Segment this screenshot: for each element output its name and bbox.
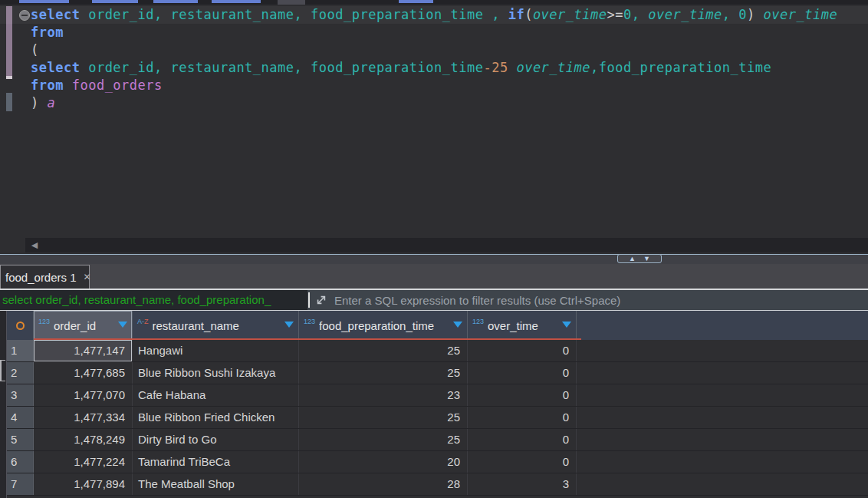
cell-restaurant_name[interactable]: Cafe Habana <box>133 384 299 406</box>
editor-results-splitter[interactable]: ▲ ▼ <box>0 254 868 264</box>
filter-dropdown-icon[interactable] <box>118 322 127 328</box>
sql-token <box>508 60 517 75</box>
sql-line[interactable]: select order_id, restaurant_name, food_p… <box>0 59 868 77</box>
cell-order_id[interactable]: 1,477,070 <box>34 384 133 406</box>
cell-food_preparation_time[interactable]: 20 <box>299 451 468 473</box>
column-header-over_time[interactable]: 123over_time <box>468 311 577 340</box>
cell-restaurant_name[interactable]: Hangawi <box>133 340 299 361</box>
dbeaver-window: select order_id, restaurant_name, food_p… <box>0 0 868 498</box>
cell-food_preparation_time[interactable]: 25 <box>299 362 468 384</box>
tab-label: food_orders 1 <box>5 271 77 284</box>
cell-order_id[interactable]: 1,477,685 <box>34 362 133 384</box>
sql-token: from <box>31 25 64 40</box>
clipped-tab-fragment <box>278 0 305 5</box>
table-row: 21,477,685Blue Ribbon Sushi Izakaya250 <box>0 362 868 384</box>
cell-order_id[interactable]: 1,478,249 <box>34 429 133 450</box>
sql-line[interactable]: select order_id, restaurant_name, food_p… <box>0 6 868 24</box>
grid-corner-button[interactable] <box>7 311 34 340</box>
sql-line[interactable]: ( <box>0 41 868 59</box>
sql-line[interactable]: ) a <box>0 94 868 112</box>
scrollbar-track[interactable] <box>25 238 868 252</box>
cell-food_preparation_time[interactable]: 28 <box>299 473 468 495</box>
clipped-tab-fragment <box>92 0 138 3</box>
row-number[interactable]: 5 <box>7 429 34 450</box>
numeric-type-icon: 123 <box>38 318 50 325</box>
numeric-type-icon: 123 <box>472 318 484 325</box>
filter-dropdown-icon[interactable] <box>453 322 462 328</box>
sql-token: from <box>31 78 64 93</box>
clipped-tab-fragment <box>153 0 198 3</box>
cell-over_time[interactable]: 0 <box>468 362 577 384</box>
cell-order_id[interactable]: 1,477,147 <box>34 340 133 361</box>
row-number[interactable]: 6 <box>7 451 34 473</box>
column-header-restaurant_name[interactable]: A-Zrestaurant_name <box>133 311 299 340</box>
column-header-order_id[interactable]: 123order_id <box>34 311 133 340</box>
sql-token: ,food_preparation_time <box>590 60 771 75</box>
expand-filter-panel-icon[interactable] <box>314 293 328 307</box>
text-caret <box>308 292 310 308</box>
cell-restaurant_name[interactable]: The Meatball Shop <box>133 473 299 495</box>
grid-rows: 11,477,147Hangawi25021,477,685Blue Ribbo… <box>0 340 868 496</box>
cell-restaurant_name[interactable]: Dirty Bird to Go <box>133 429 299 450</box>
row-number[interactable]: 3 <box>7 384 34 406</box>
sql-editor[interactable]: select order_id, restaurant_name, food_p… <box>0 0 868 236</box>
tab-food-orders-1[interactable]: food_orders 1 ✕ <box>0 265 90 289</box>
filter-dropdown-icon[interactable] <box>562 322 571 328</box>
cell-food_preparation_time[interactable]: 25 <box>299 340 468 361</box>
cell-order_id[interactable]: 1,477,894 <box>34 473 133 495</box>
expand-down-icon[interactable]: ▼ <box>643 256 650 262</box>
scroll-left-arrow-icon[interactable]: ◀ <box>28 239 41 251</box>
sql-filter-input[interactable] <box>333 290 865 312</box>
filter-dropdown-icon[interactable] <box>284 322 294 328</box>
cell-order_id[interactable]: 1,477,334 <box>34 407 133 428</box>
cell-over_time[interactable]: 0 <box>468 407 577 428</box>
column-header-food_preparation_time[interactable]: 123food_preparation_time <box>299 311 468 340</box>
cell-over_time[interactable]: 0 <box>468 429 577 450</box>
cell-food_preparation_time[interactable]: 23 <box>299 384 468 406</box>
cell-over_time[interactable]: 0 <box>468 384 577 406</box>
row-number[interactable]: 7 <box>7 473 34 495</box>
row-filler <box>577 429 868 450</box>
row-number[interactable]: 2 <box>7 362 34 384</box>
row-filler <box>577 384 868 406</box>
sql-token: -25 <box>483 60 508 75</box>
table-row: 41,477,334Blue Ribbon Fried Chicken250 <box>0 407 868 429</box>
results-grid: 123order_idA-Zrestaurant_name123food_pre… <box>0 311 868 498</box>
sql-token: over_time <box>533 7 607 22</box>
active-query-text[interactable]: select order_id, restaurant_name, food_p… <box>0 290 307 310</box>
cell-restaurant_name[interactable]: Blue Ribbon Sushi Izakaya <box>133 362 299 384</box>
sql-token: ) <box>31 95 47 110</box>
numeric-type-icon: 123 <box>304 318 315 325</box>
column-name: order_id <box>54 319 96 332</box>
sql-token: ) <box>747 7 755 22</box>
sql-line[interactable]: from food_orders <box>0 77 868 94</box>
sql-line[interactable]: from <box>0 24 868 41</box>
row-selection-marker <box>0 360 5 381</box>
splitter-collapse-control[interactable]: ▲ ▼ <box>617 254 662 263</box>
column-name: food_preparation_time <box>319 319 434 332</box>
clipped-toolbar-edge <box>0 0 868 5</box>
cell-restaurant_name[interactable]: Tamarind TriBeCa <box>133 451 299 473</box>
string-type-icon: A-Z <box>137 318 149 325</box>
sql-token: if <box>508 7 524 22</box>
sql-token: select <box>31 7 80 22</box>
sql-code[interactable]: select order_id, restaurant_name, food_p… <box>0 6 868 112</box>
tab-close-icon[interactable]: ✕ <box>84 272 91 282</box>
cell-order_id[interactable]: 1,477,224 <box>34 451 133 473</box>
editor-horizontal-scrollbar[interactable]: ◀ <box>0 236 868 254</box>
clipped-tab-fragment <box>399 0 433 3</box>
row-number[interactable]: 4 <box>7 407 34 428</box>
collapse-up-icon[interactable]: ▲ <box>629 256 636 262</box>
row-number[interactable]: 1 <box>7 340 34 361</box>
table-row: 31,477,070Cafe Habana230 <box>0 384 868 407</box>
cell-over_time[interactable]: 3 <box>468 473 577 495</box>
cell-food_preparation_time[interactable]: 25 <box>299 407 468 428</box>
results-filter-bar: select order_id, restaurant_name, food_p… <box>0 289 868 311</box>
cell-over_time[interactable]: 0 <box>468 340 577 361</box>
column-name: over_time <box>488 319 538 332</box>
row-filler <box>577 473 868 495</box>
row-filler <box>577 340 868 361</box>
cell-food_preparation_time[interactable]: 25 <box>299 429 468 450</box>
cell-over_time[interactable]: 0 <box>468 451 577 473</box>
cell-restaurant_name[interactable]: Blue Ribbon Fried Chicken <box>133 407 299 428</box>
